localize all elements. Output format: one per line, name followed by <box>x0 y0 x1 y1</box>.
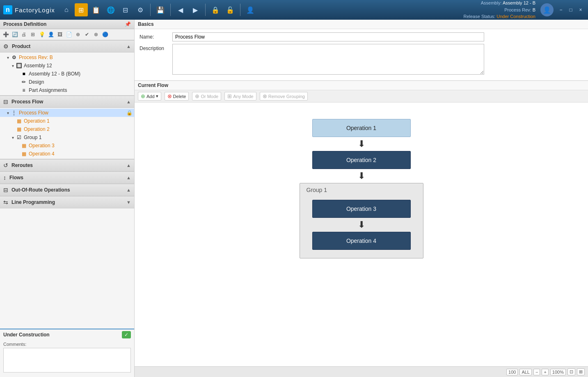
add-button[interactable]: ⊕ Add ▾ <box>138 92 161 101</box>
zoom-in-btn[interactable]: + <box>542 369 548 375</box>
status-check-button[interactable]: ✓ <box>122 331 131 338</box>
save-icon[interactable]: 💾 <box>154 3 167 16</box>
flow-toolbar: ⊕ Add ▾ ⊗ Delete ⊕ Or Mode ⊞ Any Mode <box>135 90 588 103</box>
op2-icon: ▦ <box>16 126 22 133</box>
assembly-icon: 🔲 <box>16 62 22 69</box>
reroutes-icon: ↺ <box>3 162 8 169</box>
process-flow-section-header[interactable]: ⊟ Process Flow ▲ <box>0 96 134 108</box>
back-icon[interactable]: ◀ <box>174 3 187 16</box>
toolbar-bulb-btn[interactable]: 💡 <box>38 30 46 39</box>
toolbar-print-btn[interactable]: 🖨 <box>20 30 28 39</box>
tree-item-op3[interactable]: ▦ Operation 3 <box>0 142 134 150</box>
tree-item-process-flow[interactable]: ▾ ⋮ Process Flow 🔒 <box>0 109 134 117</box>
forward-icon[interactable]: ▶ <box>189 3 202 16</box>
reroutes-section-row[interactable]: ↺ Reroutes ▲ <box>0 159 134 171</box>
op3-node[interactable]: Operation 3 <box>312 200 411 218</box>
zoom-100-btn[interactable]: 100 <box>506 369 518 375</box>
or-mode-button[interactable]: ⊕ Or Mode <box>192 92 221 101</box>
globe-icon[interactable]: 🌐 <box>104 3 117 16</box>
clipboard-icon[interactable]: 📋 <box>89 3 103 16</box>
delete-label: Delete <box>173 94 186 99</box>
any-mode-button[interactable]: ⊞ Any Mode <box>224 92 256 101</box>
process-flow-tree: ▾ ⋮ Process Flow 🔒 ▦ Operation 1 ▦ <box>0 108 134 159</box>
toolbar-check-btn[interactable]: ✔ <box>83 30 91 39</box>
gear-icon[interactable]: ⚙ <box>134 3 147 16</box>
op1-node-label: Operation 1 <box>346 125 376 131</box>
tree-item-bom[interactable]: ■ Assembly 12 - B (BOM) <box>0 70 134 78</box>
flows-section-row[interactable]: ↕ Flows ▲ <box>0 171 134 184</box>
product-tree: ▾ ⚙ Process Rev: B ▾ 🔲 Assembly 12 ■ <box>0 53 134 95</box>
toolbar-doc-btn[interactable]: 📄 <box>65 30 73 39</box>
user-manage-icon[interactable]: 👤 <box>244 3 257 16</box>
toolbar-grid-btn[interactable]: ⊞ <box>29 30 37 39</box>
line-programming-icon: ⇆ <box>3 199 8 206</box>
toolbar-info-btn[interactable]: 🔵 <box>101 30 109 39</box>
panel-header: Process Definition 📌 <box>0 20 134 29</box>
reroutes-arrow: ▲ <box>126 163 131 168</box>
group1-icon: ☑ <box>16 134 22 141</box>
lock-icon[interactable]: 🔒 <box>209 3 222 16</box>
home-icon[interactable]: ⌂ <box>60 3 73 16</box>
remove-grouping-button[interactable]: ⊗ Remove Grouping <box>260 92 308 101</box>
user-avatar-icon[interactable]: 👤 <box>540 3 554 16</box>
product-icon: ⚙ <box>3 43 9 50</box>
tree-item-assembly[interactable]: ▾ 🔲 Assembly 12 <box>0 62 134 70</box>
tree-item-design[interactable]: ✏ Design <box>0 78 134 86</box>
table-icon[interactable]: ⊟ <box>119 3 132 16</box>
name-input[interactable] <box>172 32 484 41</box>
grid-icon[interactable]: ⊞ <box>75 3 88 16</box>
bom-label: Assembly 12 - B (BOM) <box>29 71 133 77</box>
process-rev-icon: ⚙ <box>11 54 17 61</box>
op4-node[interactable]: Operation 4 <box>312 232 411 250</box>
close-button[interactable]: × <box>577 6 585 14</box>
flow-diagram: Operation 1 ⬇ Operation 2 ⬇ Group 1 <box>143 111 580 267</box>
tree-item-group1[interactable]: ▾ ☑ Group 1 <box>0 133 134 142</box>
zoom-percent-btn[interactable]: 100% <box>550 369 566 375</box>
delete-button[interactable]: ⊗ Delete <box>165 92 189 101</box>
toolbar-user-btn[interactable]: 👤 <box>47 30 55 39</box>
status-text: Under Construction <box>3 332 50 338</box>
fit-btn[interactable]: ⊡ <box>567 368 575 375</box>
expand-btn[interactable]: ⊞ <box>577 368 585 375</box>
toolbar-plus2-btn[interactable]: ⊕ <box>74 30 82 39</box>
panel-pin-icon[interactable]: 📌 <box>125 21 131 27</box>
group1-node[interactable]: Group 1 Operation 3 ⬇ Operation 4 <box>300 183 423 258</box>
tree-item-process-rev[interactable]: ▾ ⚙ Process Rev: B <box>0 53 134 62</box>
unlock-icon[interactable]: 🔓 <box>224 3 237 16</box>
sep3 <box>205 4 206 16</box>
process-flow-arrow: ▲ <box>126 99 131 104</box>
toolbar-img-btn[interactable]: 🖼 <box>56 30 64 39</box>
process-flow-section: ⊟ Process Flow ▲ ▾ ⋮ Process Flow 🔒 <box>0 96 134 159</box>
tree-item-op2[interactable]: ▦ Operation 2 <box>0 125 134 133</box>
release-status-info: Release Status: Under Construction <box>464 13 536 20</box>
op4-label: Operation 4 <box>29 151 133 157</box>
expand-group1: ▾ <box>10 135 16 140</box>
toolbar-add-btn[interactable]: ➕ <box>2 30 10 39</box>
line-programming-arrow: ▼ <box>126 200 131 205</box>
op2-node[interactable]: Operation 2 <box>312 151 411 169</box>
out-of-route-arrow: ▲ <box>126 187 131 192</box>
tree-item-op4[interactable]: ▦ Operation 4 <box>0 150 134 158</box>
op1-node[interactable]: Operation 1 <box>312 119 411 137</box>
toolbar-refresh-btn[interactable]: 🔄 <box>11 30 19 39</box>
comments-input[interactable] <box>3 348 131 372</box>
or-mode-icon: ⊕ <box>195 93 199 99</box>
any-mode-icon: ⊞ <box>227 93 232 99</box>
zoom-out-btn[interactable]: − <box>533 369 540 375</box>
product-section-header[interactable]: ⚙ Product ▲ <box>0 40 134 53</box>
out-of-route-section-row[interactable]: ⊟ Out-Of-Route Operations ▲ <box>0 184 134 196</box>
name-label: Name: <box>140 32 172 40</box>
op2-node-label: Operation 2 <box>346 157 376 163</box>
tree-item-op1[interactable]: ▦ Operation 1 <box>0 117 134 125</box>
out-of-route-icon: ⊟ <box>3 187 8 193</box>
maximize-button[interactable]: □ <box>567 6 575 14</box>
product-arrow: ▲ <box>126 44 131 49</box>
line-programming-section-row[interactable]: ⇆ Line Programming ▼ <box>0 196 134 208</box>
flow-canvas[interactable]: Operation 1 ⬇ Operation 2 ⬇ Group 1 <box>135 103 588 377</box>
minimize-button[interactable]: − <box>557 6 565 14</box>
comments-label: Comments: <box>3 342 131 347</box>
all-btn[interactable]: ALL <box>519 369 532 375</box>
toolbar-x-btn[interactable]: ⊗ <box>92 30 100 39</box>
tree-item-part-assignments[interactable]: ≡ Part Assignments <box>0 86 134 94</box>
description-input[interactable] <box>172 44 484 75</box>
